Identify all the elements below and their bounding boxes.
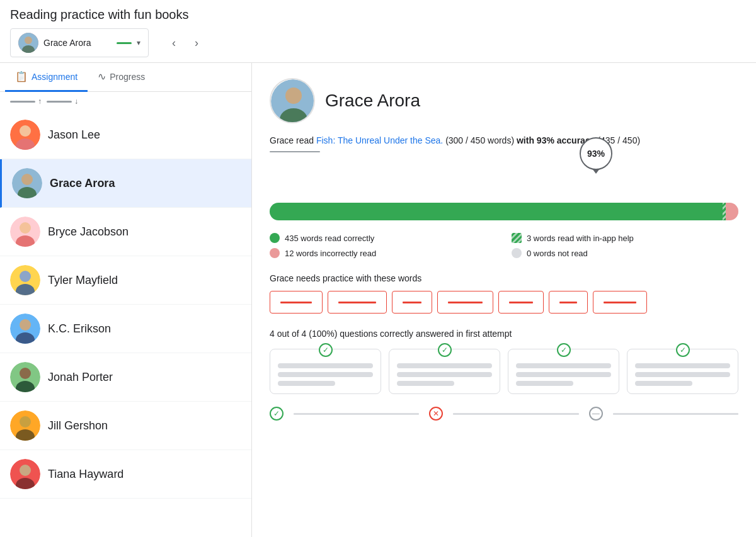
next-student-button[interactable]: › [186,33,207,53]
svg-point-4 [20,125,31,137]
student-item-tiana[interactable]: Tiana Hayward [0,450,251,499]
student-dropdown[interactable]: Grace Arora ▾ [10,28,149,57]
legend-correct-label: 435 words read correctly [285,234,374,243]
question-cards: ✓ ✓ ✓ [270,349,738,394]
legend-not-read-label: 0 words not read [527,249,588,258]
student-item-jason[interactable]: Jason Lee [0,111,251,159]
sort-asc-button[interactable]: ↑ [10,97,42,106]
main-layout: 📋 Assignment ∿ Progress ↑ ↓ [0,63,756,537]
tab-assignment[interactable]: 📋 Assignment [5,63,88,92]
avatar-jonah [10,362,40,392]
card-line [278,381,335,386]
word-chip-1[interactable] [270,291,323,314]
card-lines-4 [635,363,730,386]
question-card-3: ✓ [508,349,619,394]
practice-words [270,291,738,314]
question-card-1: ✓ [270,349,381,394]
pb-correct [270,203,723,220]
chevron-down-icon: ▾ [137,38,140,47]
svg-point-25 [20,465,31,476]
questions-title: 4 out of 4 (100%) questions correctly an… [270,329,738,339]
progress-icon: ∿ [98,71,106,82]
card-line [278,363,373,368]
assignment-icon: 📋 [15,71,28,82]
selector-line [117,42,132,44]
card-line [397,372,492,377]
svg-point-10 [20,222,31,234]
word-chip-5[interactable] [498,291,544,314]
legend-correct: 435 words read correctly [270,233,496,243]
sort-row: ↑ ↓ [0,92,251,111]
student-item-grace[interactable]: Grace Arora [0,159,251,208]
svg-point-16 [20,319,31,331]
progress-section: 93% [270,165,738,220]
nav-arrows: ‹ › [164,33,207,53]
sort-up-icon: ↑ [38,97,42,106]
legend-incorrect: 12 words incorrectly read [270,248,496,258]
student-name-kc: K.C. Erikson [48,322,111,336]
detail-student-name: Grace Arora [325,91,420,111]
card-line [516,381,573,386]
student-item-tyler[interactable]: Tyler Mayfield [0,256,251,305]
accuracy-bubble-wrapper: 93% [270,165,738,203]
legend-helped: 3 words read with in-app help [512,233,738,243]
legend-dot-not-read [512,248,522,258]
selector-name: Grace Arora [43,38,112,48]
summary-underline [270,151,320,152]
app-container: Reading practice with fun books Grace Ar… [0,0,756,537]
avatar-tiana [10,459,40,489]
pb-incorrect [726,203,738,220]
selector-avatar [18,33,38,53]
student-name-bryce: Bryce Jacobson [48,225,129,239]
book-title-link[interactable]: Fish: The Unreal Under the Sea. [316,135,443,145]
student-name-jill: Jill Gershon [48,419,108,432]
detail-avatar [270,78,315,123]
card-line [516,363,611,368]
legend-helped-label: 3 words read with in-app help [527,234,634,243]
bottom-icon-x: ✕ [429,407,443,421]
word-chip-4[interactable] [437,291,493,314]
progress-tab-label: Progress [110,72,145,82]
student-selector: Grace Arora ▾ ‹ › [10,28,746,57]
word-count: (300 / 450 words) [445,135,514,145]
sort-down-icon: ↓ [74,97,78,106]
student-name-jason: Jason Lee [48,128,100,142]
progress-bar [270,203,738,220]
top-header: Reading practice with fun books Grace Ar… [0,0,756,62]
sort-line-2 [47,101,72,103]
student-item-kc[interactable]: K.C. Erikson [0,305,251,353]
right-content: Grace Arora Grace read Fish: The Unreal … [252,63,756,537]
avatar-bryce [10,217,40,247]
word-chip-2[interactable] [328,291,387,314]
sort-line-1 [10,101,35,103]
bottom-icon-minus: — [589,407,603,421]
svg-point-22 [20,416,31,427]
left-sidebar: 📋 Assignment ∿ Progress ↑ ↓ [0,63,252,537]
card-lines-1 [278,363,373,386]
student-item-jonah[interactable]: Jonah Porter [0,353,251,402]
avatar-jason [10,120,40,150]
prev-student-button[interactable]: ‹ [164,33,184,53]
legend-incorrect-label: 12 words incorrectly read [285,249,376,258]
detail-header: Grace Arora [270,78,738,123]
student-item-jill[interactable]: Jill Gershon [0,402,251,450]
student-name-tyler: Tyler Mayfield [48,274,118,287]
tabs-row: 📋 Assignment ∿ Progress [0,63,251,92]
card-lines-3 [516,363,611,386]
word-chip-7[interactable] [593,291,647,314]
svg-point-7 [21,174,33,185]
reading-summary: Grace read Fish: The Unreal Under the Se… [270,133,738,147]
student-item-bryce[interactable]: Bryce Jacobson [0,208,251,256]
legend-not-read: 0 words not read [512,248,738,258]
page-title: Reading practice with fun books [10,8,746,22]
word-chip-6[interactable] [549,291,588,314]
student-list: Jason Lee Grace Arora [0,111,251,537]
bottom-row: ✓ ✕ — [270,407,738,421]
tab-progress[interactable]: ∿ Progress [88,63,155,92]
student-name-jonah: Jonah Porter [48,371,113,384]
word-chip-3[interactable] [392,291,432,314]
sort-desc-button[interactable]: ↓ [47,97,78,106]
avatar-jill [10,410,40,441]
card-line [516,372,611,377]
legend-dot-correct [270,233,280,243]
